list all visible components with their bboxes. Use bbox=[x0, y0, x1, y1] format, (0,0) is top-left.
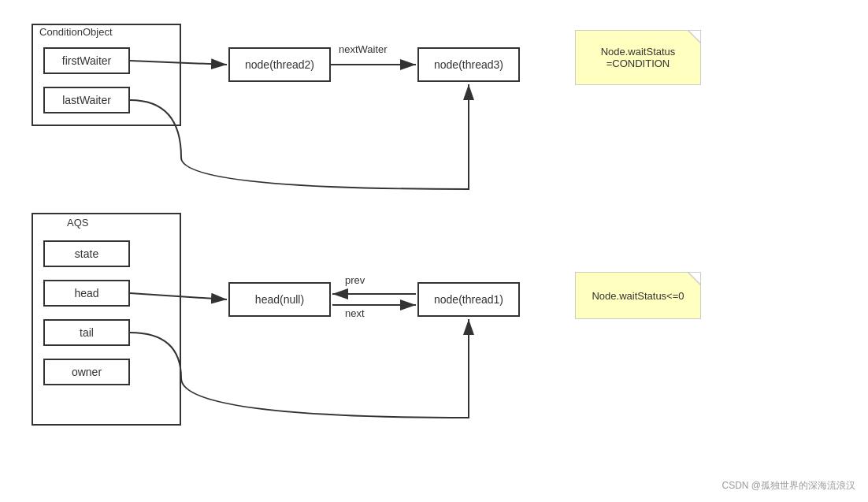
note-bottom-box bbox=[575, 272, 701, 319]
node-thread1-box: node(thread1) bbox=[417, 282, 520, 317]
head-label: head bbox=[74, 287, 98, 299]
node-thread2-label: node(thread2) bbox=[245, 58, 314, 71]
node-thread1-label: node(thread1) bbox=[434, 293, 503, 306]
node-thread3-box: node(thread3) bbox=[417, 47, 520, 82]
node-head-null-label: head(null) bbox=[255, 293, 304, 306]
firstWaiter-box: firstWaiter bbox=[43, 47, 130, 74]
state-box: state bbox=[43, 240, 130, 267]
watermark: CSDN @孤独世界的深海流浪汉 bbox=[721, 479, 855, 493]
owner-label: owner bbox=[72, 366, 102, 378]
aqs-label: AQS bbox=[67, 217, 88, 229]
next-label: next bbox=[345, 307, 365, 319]
head-box: head bbox=[43, 280, 130, 307]
firstWaiter-label: firstWaiter bbox=[62, 54, 111, 67]
nextWaiter-label: nextWaiter bbox=[339, 43, 388, 55]
tail-box: tail bbox=[43, 319, 130, 346]
diagram: ConditionObject firstWaiter lastWaiter n… bbox=[0, 0, 868, 502]
node-thread3-label: node(thread3) bbox=[434, 58, 503, 71]
tail-label: tail bbox=[80, 326, 94, 339]
prev-label: prev bbox=[345, 274, 365, 286]
note-top-box bbox=[575, 30, 701, 85]
lastWaiter-label: lastWaiter bbox=[62, 94, 111, 106]
owner-box: owner bbox=[43, 359, 130, 385]
lastWaiter-box: lastWaiter bbox=[43, 87, 130, 113]
condition-object-label: ConditionObject bbox=[39, 26, 113, 38]
node-head-null-box: head(null) bbox=[228, 282, 331, 317]
state-label: state bbox=[75, 247, 98, 260]
node-thread2-box: node(thread2) bbox=[228, 47, 331, 82]
